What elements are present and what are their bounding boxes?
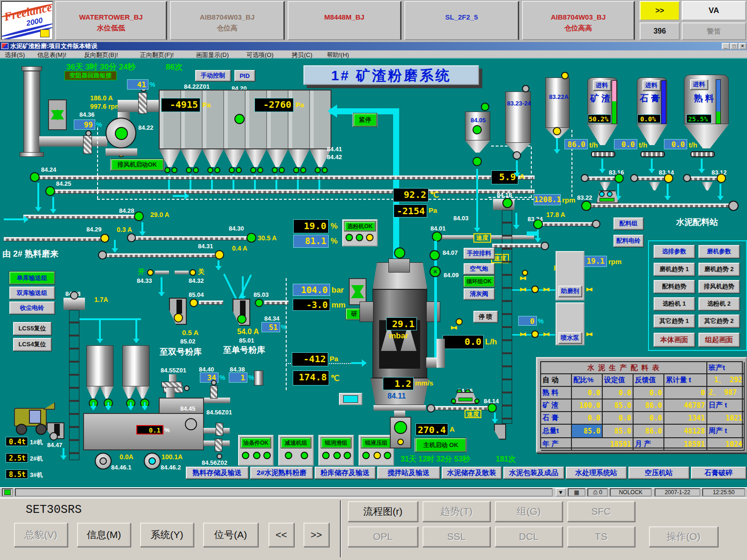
valve: [162, 382, 182, 387]
belt-feeder: [591, 151, 615, 157]
to-double-silo-label: 至双号粉库: [160, 346, 202, 357]
close-button[interactable]: ×: [739, 43, 747, 49]
alarm-tile-3[interactable]: M8448M_BJ: [288, 1, 402, 40]
printer-icon[interactable]: ⎙ 0: [587, 488, 608, 497]
batch-group-button[interactable]: 配料组: [613, 217, 643, 230]
trend-button[interactable]: 趋势(T): [423, 501, 490, 522]
ssl-button[interactable]: SSL: [423, 526, 490, 547]
lamp: [362, 452, 370, 459]
alarm-page-button[interactable]: >>: [640, 1, 680, 21]
sfc-button[interactable]: SFC: [567, 501, 635, 522]
double-silo-group-button[interactable]: 双库输送组: [9, 287, 55, 299]
maximize-button[interactable]: □: [730, 43, 738, 49]
spray-pump-button[interactable]: 喷水泵: [558, 332, 582, 343]
flowchart-button[interactable]: 流程图(r): [348, 501, 418, 522]
menu-select[interactable]: 选择(S): [5, 51, 25, 59]
idler: [630, 174, 638, 182]
va-button[interactable]: VA: [682, 1, 746, 21]
menu-pageback[interactable]: 反向翻页(B)!: [84, 51, 118, 59]
system-button[interactable]: 系统(Y): [140, 523, 194, 547]
estop-button[interactable]: 紧停: [353, 113, 377, 126]
feeder-belt: [599, 198, 614, 202]
dropdown-button[interactable]: ▼: [556, 488, 566, 497]
grid-icon[interactable]: ▦: [568, 488, 585, 497]
lamp: [374, 452, 381, 459]
opl-button[interactable]: OPL: [348, 526, 418, 547]
menu-help[interactable]: 帮助!(H): [327, 51, 349, 59]
hopper-lamp: [300, 167, 306, 173]
conveyor-83-24: [537, 222, 595, 226]
message-button[interactable]: 信息(M): [77, 523, 131, 547]
panel-btn-separator2[interactable]: 选粉机 2: [698, 297, 740, 310]
tag-84-41: 84.41: [327, 146, 342, 153]
minimize-button[interactable]: _: [722, 43, 730, 49]
panel-btn-mill-trend1[interactable]: 磨机趋势 1: [654, 263, 695, 276]
ts-button[interactable]: TS: [567, 526, 635, 547]
nav-mill2[interactable]: 2#水泥熟料粉磨: [250, 467, 313, 479]
idler: [592, 220, 600, 228]
panel-btn-fan-trend[interactable]: 排风机趋势: [698, 280, 740, 293]
group-button[interactable]: 组(G): [495, 501, 563, 522]
box-84-45-level: 0.1: [136, 425, 163, 434]
nav-gypsum-crusher[interactable]: 石膏破碎: [691, 467, 746, 479]
lcs5-reset-button[interactable]: LCS5复位: [13, 322, 51, 335]
menu-infotable[interactable]: 信息表(M)!: [37, 51, 66, 59]
elevator-pulley: [70, 291, 78, 300]
panel-btn-batch-trend[interactable]: 配料趋势: [654, 280, 695, 293]
grinding-aid-button[interactable]: 助磨剂: [558, 286, 582, 297]
stop-spray-button[interactable]: 停 喷: [473, 311, 498, 322]
operate-button[interactable]: 操作(O): [649, 526, 718, 547]
lamp: [285, 452, 292, 459]
menu-display[interactable]: 画面显示(D): [196, 51, 229, 59]
page-next-button[interactable]: >>: [303, 523, 329, 547]
batch-bell-button[interactable]: 配料电铃: [613, 235, 643, 247]
silo-gypsum-feed-button[interactable]: 进料: [642, 80, 660, 91]
nav-water-treatment[interactable]: 水处理系统站: [566, 467, 627, 479]
nav-compressor[interactable]: 空压机站: [628, 467, 689, 479]
single-silo-group-button[interactable]: 单库输送组: [9, 272, 55, 284]
alarm-tile-2[interactable]: AIB8704W03_BJ仓位高: [170, 1, 285, 40]
manual-discharge-button[interactable]: 手控排料: [464, 248, 494, 259]
gate-open-label: 开: [138, 268, 145, 276]
nav-powder-storage[interactable]: 粉库储存及输送: [315, 467, 375, 479]
ash-valve-button[interactable]: 清灰阀: [464, 288, 494, 300]
nav-packing[interactable]: 水泥包装及成品: [503, 467, 564, 479]
panel-btn-other-trend1[interactable]: 其它趋势 1: [654, 315, 695, 328]
nav-mixing-station[interactable]: 搅拌站及输送: [377, 467, 440, 479]
panel-btn-separator-params[interactable]: 选排参数: [654, 245, 695, 258]
menu-copy[interactable]: 拷贝(C): [292, 51, 312, 59]
panel-btn-mill-trend2[interactable]: 磨机趋势 2: [698, 263, 740, 276]
horn-button[interactable]: 警笛: [682, 22, 746, 40]
air-cannon-button[interactable]: 空气炮: [464, 263, 494, 274]
total-ratio-cell[interactable]: 85.0: [572, 425, 603, 438]
menu-pagefwd[interactable]: 正向翻页(F)!: [140, 51, 174, 59]
panel-btn-group-screen[interactable]: 组起画面: [698, 333, 740, 347]
nav-cement-bulk[interactable]: 水泥储存及散装: [442, 467, 501, 479]
panel-btn-separator1[interactable]: 选粉机 1: [654, 297, 695, 310]
overview-button[interactable]: 总貌(V): [14, 523, 68, 547]
alarm-tile-4[interactable]: SL_2F2_5: [404, 1, 519, 40]
damper-updown-icon[interactable]: [48, 99, 67, 130]
silo-clinker-feed-button[interactable]: 进料: [690, 79, 708, 90]
panel-btn-mill-params[interactable]: 磨机参数: [698, 245, 740, 258]
manual-control-button[interactable]: 手动控制: [195, 70, 231, 81]
nav-clinker-storage[interactable]: 熟料存储及输送: [186, 467, 248, 479]
alarm-tile-5[interactable]: AIB8704W03_BJ仓位高高: [522, 1, 635, 40]
lamp: [344, 452, 351, 459]
alarm-tile-1[interactable]: WATERTOWER_BJ水位低低: [55, 1, 167, 40]
silo-slag-level: 50.2%: [588, 114, 611, 123]
dust-bell-button[interactable]: 收尘电铃: [9, 301, 55, 314]
hopper-lamp: [186, 167, 192, 173]
page-prev-button[interactable]: <<: [268, 523, 294, 547]
panel-btn-other-trend2[interactable]: 其它趋势 2: [698, 315, 740, 328]
tagno-button[interactable]: 位号(A): [203, 523, 258, 547]
lcs4-reset-button[interactable]: LCS4复位: [13, 338, 51, 351]
menu-options[interactable]: 可选项(O): [247, 51, 274, 59]
pid-button[interactable]: PID: [234, 70, 255, 81]
main-ok-frame: 主机启动 OK: [415, 438, 467, 452]
panel-btn-body-screen[interactable]: 本体画面: [654, 333, 695, 347]
speed-button-3[interactable]: 速度: [465, 410, 481, 418]
silo-slag-feed-button[interactable]: 进料: [593, 80, 611, 91]
bucket-elevator-84-18: [502, 210, 512, 424]
dcl-button[interactable]: DCL: [495, 526, 563, 547]
